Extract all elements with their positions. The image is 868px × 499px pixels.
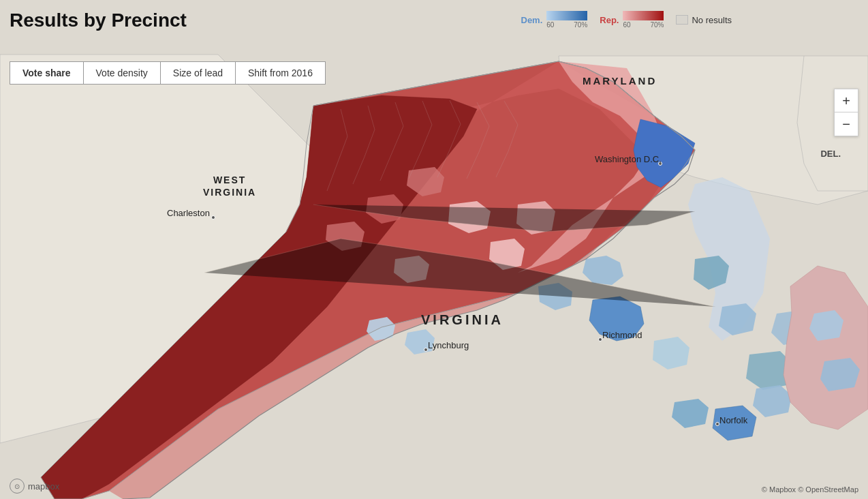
- legend-rep: Rep. 60 70%: [600, 11, 664, 29]
- page-title: Results by Precinct: [10, 10, 187, 31]
- tab-shift-from-2016[interactable]: Shift from 2016: [236, 62, 325, 84]
- dem-scale: 60 70%: [546, 21, 587, 29]
- tab-size-of-lead[interactable]: Size of lead: [161, 62, 236, 84]
- map-attribution: © Mapbox © OpenStreetMap: [762, 485, 858, 494]
- legend-no-results: No results: [676, 15, 732, 25]
- zoom-controls: + −: [834, 89, 858, 136]
- no-results-label: No results: [692, 15, 732, 25]
- rep-scale: 60 70%: [623, 21, 664, 29]
- rep-gradient: [623, 11, 664, 20]
- mapbox-logo: ⊙ mapbox: [10, 479, 59, 494]
- rep-label: Rep.: [600, 15, 619, 25]
- zoom-out-button[interactable]: −: [835, 112, 858, 136]
- tab-vote-share[interactable]: Vote share: [10, 62, 84, 84]
- zoom-in-button[interactable]: +: [835, 89, 858, 112]
- no-results-box: [676, 15, 688, 25]
- legend-dem: Dem. 60 70%: [521, 11, 588, 29]
- delaware-label: DEL.: [820, 149, 841, 159]
- tabs-container: Vote share Vote density Size of lead Shi…: [10, 61, 326, 85]
- dem-gradient: [546, 11, 587, 20]
- title-area: Results by Precinct: [10, 10, 187, 31]
- charleston-dot: [211, 215, 215, 220]
- lynchburg-dot: [424, 348, 428, 352]
- mapbox-circle-icon: ⊙: [10, 479, 25, 494]
- richmond-dot: [598, 337, 602, 342]
- map-container: Results by Precinct Dem. 60 70% Rep. 60 …: [0, 0, 868, 499]
- norfolk-dot: [715, 422, 719, 426]
- mapbox-wordmark: mapbox: [28, 481, 59, 492]
- dem-label: Dem.: [521, 15, 543, 25]
- tab-vote-density[interactable]: Vote density: [84, 62, 161, 84]
- washington-dc-dot: [658, 162, 662, 166]
- legend: Dem. 60 70% Rep. 60 70% No results: [521, 11, 732, 29]
